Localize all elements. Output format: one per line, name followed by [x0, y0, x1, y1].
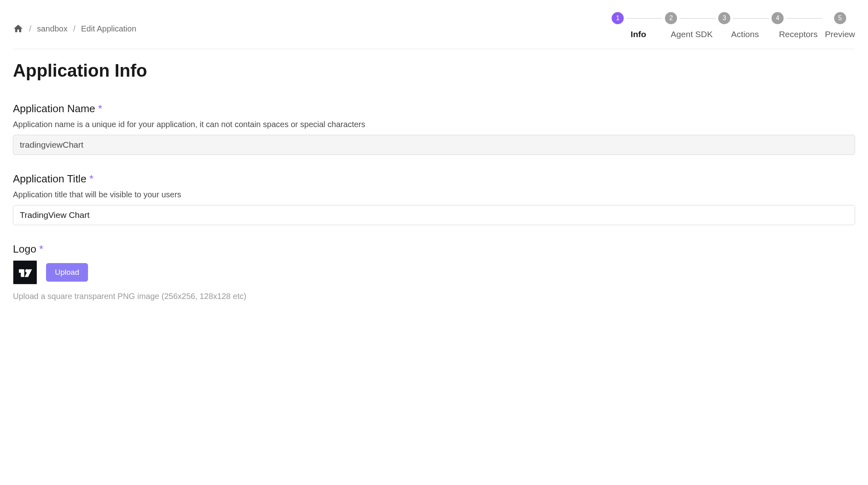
field-label: Logo *	[13, 243, 855, 255]
step-line	[679, 18, 716, 19]
breadcrumb-separator: /	[73, 24, 75, 33]
stepper-step-agent-sdk[interactable]: 2 Agent SDK	[665, 12, 718, 39]
stepper-step-preview[interactable]: 5 Preview	[825, 12, 855, 39]
step-line	[626, 18, 663, 19]
svg-rect-1	[21, 269, 25, 277]
stepper-step-receptors[interactable]: 4 Receptors	[772, 12, 825, 39]
step-label: Preview	[825, 29, 855, 39]
required-asterisk: *	[39, 243, 43, 255]
field-label: Application Title *	[13, 173, 855, 185]
home-icon	[13, 23, 23, 34]
step-line	[733, 18, 769, 19]
step-circle: 3	[718, 12, 730, 24]
step-label: Agent SDK	[671, 29, 713, 39]
breadcrumb-separator: /	[29, 24, 31, 33]
field-help: Upload a square transparent PNG image (2…	[13, 292, 855, 301]
field-logo: Logo * Upload Upload a square transparen…	[13, 243, 855, 301]
step-circle: 5	[834, 12, 846, 24]
breadcrumb-current: Edit Application	[81, 24, 136, 33]
field-help: Application name is a unique id for your…	[13, 120, 855, 129]
step-label: Actions	[731, 29, 759, 39]
field-label-text: Application Title	[13, 173, 86, 185]
tradingview-logo-icon	[17, 265, 33, 280]
stepper: 1 Info 2 Agent SDK 3 Actions 4	[612, 12, 855, 39]
step-circle: 4	[772, 12, 784, 24]
step-line	[786, 18, 822, 19]
step-circle: 2	[665, 12, 677, 24]
breadcrumb: / sandbox / Edit Application	[13, 12, 136, 34]
field-application-name: Application Name * Application name is a…	[13, 102, 855, 155]
header-row: / sandbox / Edit Application 1 Info 2 Ag…	[13, 12, 855, 49]
step-label: Info	[631, 29, 646, 39]
field-label-text: Application Name	[13, 102, 95, 115]
stepper-step-info[interactable]: 1 Info	[612, 12, 665, 39]
step-circle: 1	[612, 12, 624, 24]
field-label-text: Logo	[13, 243, 36, 255]
application-title-input[interactable]	[13, 205, 855, 225]
field-application-title: Application Title * Application title th…	[13, 173, 855, 225]
field-help: Application title that will be visible t…	[13, 190, 855, 199]
page-title: Application Info	[13, 61, 855, 81]
logo-preview	[13, 260, 37, 284]
required-asterisk: *	[98, 102, 102, 115]
breadcrumb-home[interactable]	[13, 23, 23, 34]
stepper-step-actions[interactable]: 3 Actions	[718, 12, 772, 39]
required-asterisk: *	[89, 173, 93, 185]
logo-row: Upload	[13, 260, 855, 284]
upload-button[interactable]: Upload	[46, 263, 88, 282]
application-name-input[interactable]	[13, 135, 855, 155]
breadcrumb-sandbox[interactable]: sandbox	[37, 24, 68, 33]
field-label: Application Name *	[13, 102, 855, 115]
step-label: Receptors	[779, 29, 818, 39]
